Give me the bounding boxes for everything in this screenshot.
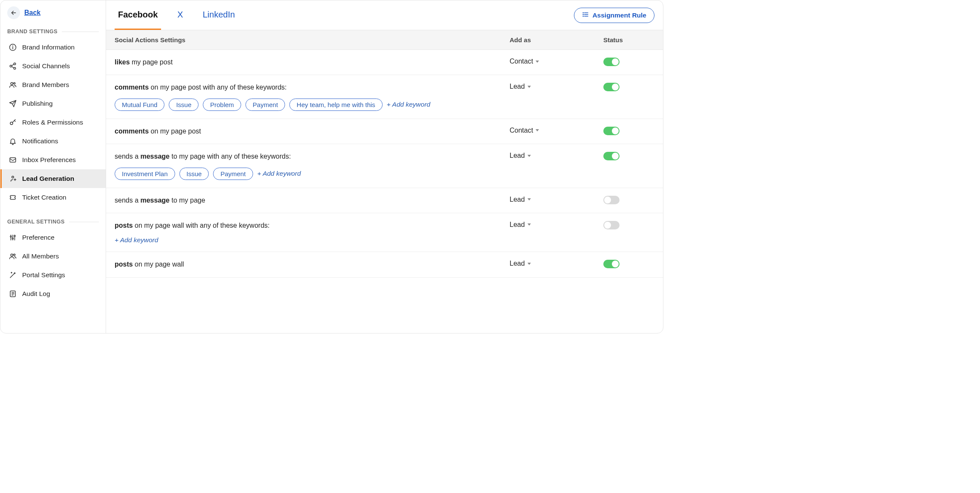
status-toggle[interactable] xyxy=(603,260,620,268)
keyword-chip[interactable]: Hey team, help me with this xyxy=(289,99,382,111)
svg-point-21 xyxy=(10,236,12,237)
add-keyword-button[interactable]: + Add keyword xyxy=(115,236,158,244)
addas-value: Lead xyxy=(510,221,525,229)
sidebar-item-ticket-creation[interactable]: Ticket Creation xyxy=(0,188,106,207)
log-icon xyxy=(9,290,17,298)
rule-text-block: likes my page post xyxy=(115,58,510,67)
keyword-chip[interactable]: Payment xyxy=(213,168,253,180)
svg-point-41 xyxy=(583,14,583,14)
keyword-chip[interactable]: Problem xyxy=(203,99,241,111)
addas-value: Lead xyxy=(510,196,525,203)
rule-action: message xyxy=(140,153,170,160)
assignment-rule-label: Assignment Rule xyxy=(592,12,646,19)
addas-dropdown[interactable]: Lead xyxy=(510,196,603,203)
sidebar-item-label: Roles & Permissions xyxy=(22,119,83,126)
info-icon xyxy=(9,43,17,52)
status-cell xyxy=(603,196,654,204)
arrow-left-icon xyxy=(9,9,18,17)
sidebar-item-lead-generation[interactable]: Lead Generation xyxy=(0,169,106,188)
keyword-chip[interactable]: Issue xyxy=(179,168,209,180)
rule-description: posts on my page wall with any of these … xyxy=(115,221,510,230)
sidebar-item-notifications[interactable]: Notifications xyxy=(0,132,106,151)
rule-prefix: sends a xyxy=(115,197,140,204)
chevron-down-icon xyxy=(527,86,531,88)
addas-dropdown[interactable]: Lead xyxy=(510,221,603,229)
toggle-knob xyxy=(604,197,611,203)
sidebar-item-social-channels[interactable]: Social Channels xyxy=(0,57,106,75)
toggle-knob xyxy=(612,261,619,267)
sidebar-item-preference[interactable]: Preference xyxy=(0,228,106,247)
tabs-row: Facebook X LinkedIn Assignment Rule xyxy=(106,0,663,30)
add-keyword-button[interactable]: + Add keyword xyxy=(257,170,301,177)
addas-dropdown[interactable]: Lead xyxy=(510,152,603,160)
rule-description: comments on my page post xyxy=(115,127,510,136)
status-toggle[interactable] xyxy=(603,152,620,160)
rule-suffix: my page post xyxy=(130,58,173,66)
back-button[interactable] xyxy=(7,6,20,19)
keyword-chip[interactable]: Issue xyxy=(169,99,199,111)
status-toggle[interactable] xyxy=(603,221,620,229)
sidebar-item-inbox-preferences[interactable]: Inbox Preferences xyxy=(0,151,106,169)
sidebar-item-audit-log[interactable]: Audit Log xyxy=(0,284,106,303)
sidebar-item-label: Lead Generation xyxy=(22,175,74,183)
sidebar-item-brand-members[interactable]: Brand Members xyxy=(0,75,106,94)
tab-x[interactable]: X xyxy=(174,0,186,30)
divider xyxy=(62,32,99,32)
toggle-knob xyxy=(612,128,619,134)
svg-point-26 xyxy=(11,254,13,256)
sidebar-item-publishing[interactable]: Publishing xyxy=(0,94,106,113)
sidebar-item-roles-permissions[interactable]: Roles & Permissions xyxy=(0,113,106,132)
channel-tabs: Facebook X LinkedIn xyxy=(115,0,238,30)
addas-dropdown[interactable]: Lead xyxy=(510,83,603,90)
members-icon xyxy=(9,252,17,261)
back-link[interactable]: Back xyxy=(24,9,40,17)
bell-icon xyxy=(9,137,17,145)
inbox-icon xyxy=(9,156,17,164)
keyword-chip[interactable]: Mutual Fund xyxy=(115,99,164,111)
svg-point-27 xyxy=(14,254,15,255)
assignment-rule-button[interactable]: Assignment Rule xyxy=(574,8,654,23)
svg-point-40 xyxy=(583,12,583,13)
rule-suffix: on my page wall with any of these keywor… xyxy=(133,222,270,229)
sidebar-item-label: Inbox Preferences xyxy=(22,156,76,164)
keywords-row: + Add keyword xyxy=(115,236,510,244)
status-toggle[interactable] xyxy=(603,83,620,91)
sidebar-item-label: Brand Information xyxy=(22,44,75,51)
toggle-knob xyxy=(612,153,619,160)
send-icon xyxy=(9,99,17,108)
status-toggle[interactable] xyxy=(603,127,620,135)
rule-text-block: posts on my page wall with any of these … xyxy=(115,221,510,244)
brand-settings-header: BRAND SETTINGS xyxy=(0,24,106,38)
col-header-actions: Social Actions Settings xyxy=(115,36,510,44)
keyword-chip[interactable]: Payment xyxy=(245,99,285,111)
sidebar-item-label: Social Channels xyxy=(22,62,70,70)
tab-facebook[interactable]: Facebook xyxy=(115,0,161,30)
addas-dropdown[interactable]: Contact xyxy=(510,127,603,134)
status-toggle[interactable] xyxy=(603,58,620,66)
sidebar-item-all-members[interactable]: All Members xyxy=(0,247,106,266)
sidebar-item-brand-information[interactable]: Brand Information xyxy=(0,38,106,57)
tab-linkedin[interactable]: LinkedIn xyxy=(199,0,239,30)
svg-line-8 xyxy=(12,67,14,68)
rule-row: posts on my page wall with any of these … xyxy=(106,213,663,252)
addas-dropdown[interactable]: Contact xyxy=(510,58,603,65)
col-header-addas: Add as xyxy=(510,36,603,44)
svg-point-9 xyxy=(11,82,13,84)
rule-row: comments on my page post with any of the… xyxy=(106,75,663,119)
sidebar-item-label: Brand Members xyxy=(22,81,69,89)
sidebar-item-portal-settings[interactable]: Portal Settings xyxy=(0,266,106,284)
svg-point-25 xyxy=(14,235,15,237)
svg-point-10 xyxy=(14,82,15,84)
status-cell xyxy=(603,152,654,160)
svg-line-28 xyxy=(10,274,14,278)
rule-description: posts on my page wall xyxy=(115,260,510,269)
add-keyword-button[interactable]: + Add keyword xyxy=(387,101,430,108)
sidebar-item-label: Portal Settings xyxy=(22,271,65,279)
rule-suffix: on my page post xyxy=(149,128,201,135)
rule-row: posts on my page wallLead xyxy=(106,252,663,277)
status-toggle[interactable] xyxy=(603,196,620,204)
table-header: Social Actions Settings Add as Status xyxy=(106,30,663,50)
keyword-chip[interactable]: Investment Plan xyxy=(115,168,175,180)
members-icon xyxy=(9,81,17,89)
addas-dropdown[interactable]: Lead xyxy=(510,260,603,267)
